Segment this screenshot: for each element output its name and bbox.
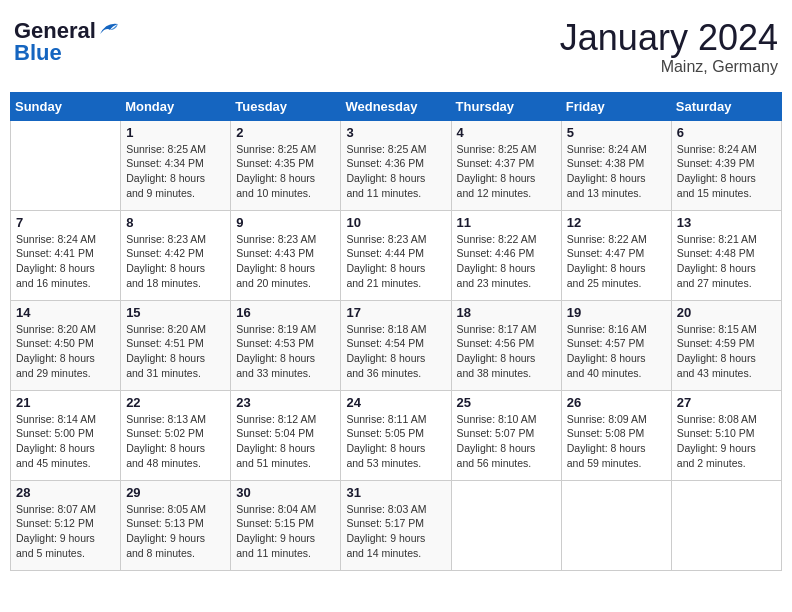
calendar-cell: 9Sunrise: 8:23 AM Sunset: 4:43 PM Daylig… xyxy=(231,210,341,300)
day-number: 30 xyxy=(236,485,335,500)
weekday-header-friday: Friday xyxy=(561,92,671,120)
weekday-header-monday: Monday xyxy=(121,92,231,120)
calendar-cell: 13Sunrise: 8:21 AM Sunset: 4:48 PM Dayli… xyxy=(671,210,781,300)
calendar-cell: 16Sunrise: 8:19 AM Sunset: 4:53 PM Dayli… xyxy=(231,300,341,390)
day-info: Sunrise: 8:25 AM Sunset: 4:36 PM Dayligh… xyxy=(346,142,445,201)
day-number: 10 xyxy=(346,215,445,230)
day-info: Sunrise: 8:24 AM Sunset: 4:39 PM Dayligh… xyxy=(677,142,776,201)
calendar-cell: 10Sunrise: 8:23 AM Sunset: 4:44 PM Dayli… xyxy=(341,210,451,300)
day-number: 11 xyxy=(457,215,556,230)
day-info: Sunrise: 8:22 AM Sunset: 4:46 PM Dayligh… xyxy=(457,232,556,291)
calendar-cell: 11Sunrise: 8:22 AM Sunset: 4:46 PM Dayli… xyxy=(451,210,561,300)
day-number: 5 xyxy=(567,125,666,140)
day-info: Sunrise: 8:09 AM Sunset: 5:08 PM Dayligh… xyxy=(567,412,666,471)
day-number: 28 xyxy=(16,485,115,500)
day-number: 14 xyxy=(16,305,115,320)
day-info: Sunrise: 8:23 AM Sunset: 4:44 PM Dayligh… xyxy=(346,232,445,291)
calendar-cell: 7Sunrise: 8:24 AM Sunset: 4:41 PM Daylig… xyxy=(11,210,121,300)
logo-blue: Blue xyxy=(14,40,62,66)
day-info: Sunrise: 8:10 AM Sunset: 5:07 PM Dayligh… xyxy=(457,412,556,471)
day-info: Sunrise: 8:20 AM Sunset: 4:50 PM Dayligh… xyxy=(16,322,115,381)
calendar-cell: 30Sunrise: 8:04 AM Sunset: 5:15 PM Dayli… xyxy=(231,480,341,570)
day-number: 1 xyxy=(126,125,225,140)
day-info: Sunrise: 8:24 AM Sunset: 4:38 PM Dayligh… xyxy=(567,142,666,201)
calendar-cell: 31Sunrise: 8:03 AM Sunset: 5:17 PM Dayli… xyxy=(341,480,451,570)
day-number: 18 xyxy=(457,305,556,320)
day-info: Sunrise: 8:07 AM Sunset: 5:12 PM Dayligh… xyxy=(16,502,115,561)
day-number: 9 xyxy=(236,215,335,230)
day-info: Sunrise: 8:11 AM Sunset: 5:05 PM Dayligh… xyxy=(346,412,445,471)
day-number: 20 xyxy=(677,305,776,320)
calendar-cell: 2Sunrise: 8:25 AM Sunset: 4:35 PM Daylig… xyxy=(231,120,341,210)
day-number: 2 xyxy=(236,125,335,140)
day-info: Sunrise: 8:17 AM Sunset: 4:56 PM Dayligh… xyxy=(457,322,556,381)
calendar-table: SundayMondayTuesdayWednesdayThursdayFrid… xyxy=(10,92,782,571)
weekday-header-sunday: Sunday xyxy=(11,92,121,120)
day-number: 22 xyxy=(126,395,225,410)
day-number: 17 xyxy=(346,305,445,320)
calendar-cell: 3Sunrise: 8:25 AM Sunset: 4:36 PM Daylig… xyxy=(341,120,451,210)
day-number: 23 xyxy=(236,395,335,410)
day-info: Sunrise: 8:15 AM Sunset: 4:59 PM Dayligh… xyxy=(677,322,776,381)
day-info: Sunrise: 8:16 AM Sunset: 4:57 PM Dayligh… xyxy=(567,322,666,381)
weekday-header-saturday: Saturday xyxy=(671,92,781,120)
calendar-cell: 28Sunrise: 8:07 AM Sunset: 5:12 PM Dayli… xyxy=(11,480,121,570)
calendar-cell: 4Sunrise: 8:25 AM Sunset: 4:37 PM Daylig… xyxy=(451,120,561,210)
calendar-cell xyxy=(11,120,121,210)
day-info: Sunrise: 8:18 AM Sunset: 4:54 PM Dayligh… xyxy=(346,322,445,381)
day-info: Sunrise: 8:08 AM Sunset: 5:10 PM Dayligh… xyxy=(677,412,776,471)
calendar-cell: 6Sunrise: 8:24 AM Sunset: 4:39 PM Daylig… xyxy=(671,120,781,210)
logo: General Blue xyxy=(14,18,120,66)
day-number: 3 xyxy=(346,125,445,140)
calendar-cell: 17Sunrise: 8:18 AM Sunset: 4:54 PM Dayli… xyxy=(341,300,451,390)
day-info: Sunrise: 8:13 AM Sunset: 5:02 PM Dayligh… xyxy=(126,412,225,471)
day-info: Sunrise: 8:25 AM Sunset: 4:37 PM Dayligh… xyxy=(457,142,556,201)
calendar-cell xyxy=(561,480,671,570)
calendar-cell xyxy=(451,480,561,570)
day-number: 26 xyxy=(567,395,666,410)
calendar-cell: 12Sunrise: 8:22 AM Sunset: 4:47 PM Dayli… xyxy=(561,210,671,300)
day-info: Sunrise: 8:12 AM Sunset: 5:04 PM Dayligh… xyxy=(236,412,335,471)
day-info: Sunrise: 8:23 AM Sunset: 4:43 PM Dayligh… xyxy=(236,232,335,291)
weekday-header-wednesday: Wednesday xyxy=(341,92,451,120)
day-number: 24 xyxy=(346,395,445,410)
day-number: 31 xyxy=(346,485,445,500)
calendar-cell: 22Sunrise: 8:13 AM Sunset: 5:02 PM Dayli… xyxy=(121,390,231,480)
day-number: 21 xyxy=(16,395,115,410)
calendar-cell: 19Sunrise: 8:16 AM Sunset: 4:57 PM Dayli… xyxy=(561,300,671,390)
day-number: 29 xyxy=(126,485,225,500)
day-number: 16 xyxy=(236,305,335,320)
day-number: 13 xyxy=(677,215,776,230)
calendar-cell: 29Sunrise: 8:05 AM Sunset: 5:13 PM Dayli… xyxy=(121,480,231,570)
page-header: General Blue January 2024 Mainz, Germany xyxy=(10,10,782,84)
day-info: Sunrise: 8:25 AM Sunset: 4:35 PM Dayligh… xyxy=(236,142,335,201)
calendar-cell: 1Sunrise: 8:25 AM Sunset: 4:34 PM Daylig… xyxy=(121,120,231,210)
day-number: 25 xyxy=(457,395,556,410)
day-info: Sunrise: 8:19 AM Sunset: 4:53 PM Dayligh… xyxy=(236,322,335,381)
calendar-cell: 8Sunrise: 8:23 AM Sunset: 4:42 PM Daylig… xyxy=(121,210,231,300)
calendar-cell: 26Sunrise: 8:09 AM Sunset: 5:08 PM Dayli… xyxy=(561,390,671,480)
day-info: Sunrise: 8:24 AM Sunset: 4:41 PM Dayligh… xyxy=(16,232,115,291)
month-title: January 2024 xyxy=(560,18,778,58)
day-info: Sunrise: 8:25 AM Sunset: 4:34 PM Dayligh… xyxy=(126,142,225,201)
day-number: 4 xyxy=(457,125,556,140)
calendar-cell: 23Sunrise: 8:12 AM Sunset: 5:04 PM Dayli… xyxy=(231,390,341,480)
title-block: January 2024 Mainz, Germany xyxy=(560,18,778,76)
location: Mainz, Germany xyxy=(560,58,778,76)
day-info: Sunrise: 8:22 AM Sunset: 4:47 PM Dayligh… xyxy=(567,232,666,291)
day-number: 15 xyxy=(126,305,225,320)
day-number: 27 xyxy=(677,395,776,410)
day-info: Sunrise: 8:21 AM Sunset: 4:48 PM Dayligh… xyxy=(677,232,776,291)
day-info: Sunrise: 8:05 AM Sunset: 5:13 PM Dayligh… xyxy=(126,502,225,561)
calendar-cell xyxy=(671,480,781,570)
day-number: 8 xyxy=(126,215,225,230)
calendar-cell: 5Sunrise: 8:24 AM Sunset: 4:38 PM Daylig… xyxy=(561,120,671,210)
day-info: Sunrise: 8:14 AM Sunset: 5:00 PM Dayligh… xyxy=(16,412,115,471)
calendar-cell: 21Sunrise: 8:14 AM Sunset: 5:00 PM Dayli… xyxy=(11,390,121,480)
calendar-cell: 15Sunrise: 8:20 AM Sunset: 4:51 PM Dayli… xyxy=(121,300,231,390)
day-info: Sunrise: 8:04 AM Sunset: 5:15 PM Dayligh… xyxy=(236,502,335,561)
day-number: 19 xyxy=(567,305,666,320)
day-info: Sunrise: 8:23 AM Sunset: 4:42 PM Dayligh… xyxy=(126,232,225,291)
calendar-cell: 18Sunrise: 8:17 AM Sunset: 4:56 PM Dayli… xyxy=(451,300,561,390)
calendar-cell: 20Sunrise: 8:15 AM Sunset: 4:59 PM Dayli… xyxy=(671,300,781,390)
